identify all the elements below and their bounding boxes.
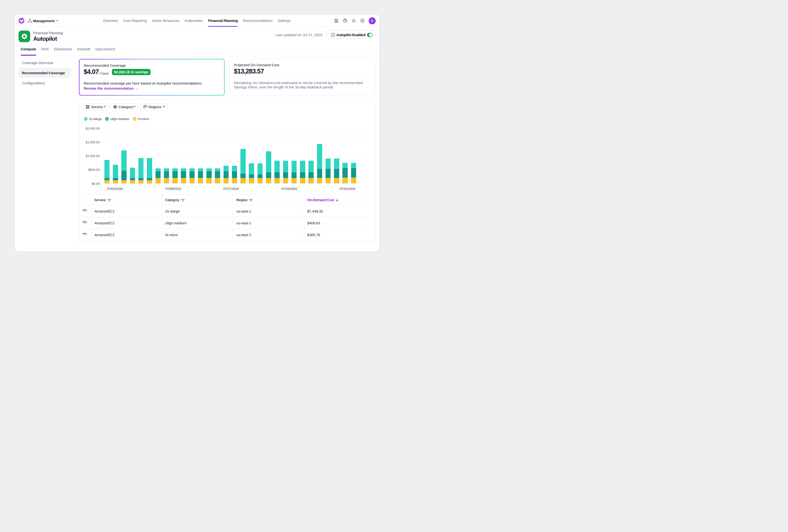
svg-text:aws: aws (83, 209, 86, 211)
svg-text:aws: aws (83, 221, 86, 223)
svg-text:aws: aws (83, 232, 86, 235)
